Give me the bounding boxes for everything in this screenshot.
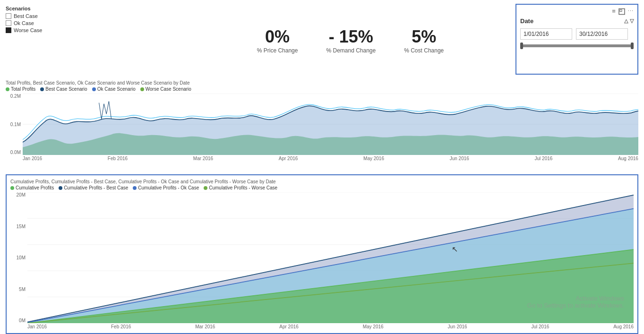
bottom-y-5m: 5M <box>10 287 26 292</box>
legend-total-profits: Total Profits <box>6 86 35 92</box>
checkbox-worse-case[interactable] <box>6 27 11 33</box>
bottom-chart-y-axis: 20M 15M 10M 5M 0M <box>10 192 27 323</box>
top-x-jul: Jul 2016 <box>535 156 553 161</box>
bottom-x-jul: Jul 2016 <box>532 324 550 329</box>
bottom-legend-dot-cumulative <box>10 186 14 190</box>
bottom-legend-cumulative: Cumulative Profits <box>10 185 54 190</box>
ellipsis-icon[interactable]: ··· <box>628 8 634 16</box>
top-chart-panel: Total Profits, Best Case Scenario, Ok Ca… <box>6 80 638 172</box>
bottom-legend-dot-worse-case <box>204 186 207 190</box>
legend-worse-case: Worse Case Scenario <box>140 86 191 92</box>
metric-price-change: 0% % Price Change <box>257 28 298 54</box>
scenario-ok-case-label: Ok Case <box>14 20 34 26</box>
bottom-y-0m: 0M <box>10 318 26 323</box>
top-chart-svg-wrapper <box>23 94 638 155</box>
bottom-x-jan: Jan 2016 <box>27 324 47 329</box>
up-arrow-icon[interactable]: △ <box>624 18 628 24</box>
legend-dot-best-case <box>40 87 44 91</box>
bottom-chart-area: 20M 15M 10M 5M 0M <box>10 192 634 323</box>
bottom-x-apr: Apr 2016 <box>279 324 299 329</box>
checkbox-best-case[interactable] <box>6 13 11 19</box>
cursor-icon: ↖ <box>452 245 458 254</box>
metric-price-label: % Price Change <box>257 47 298 54</box>
legend-ok-case: Ok Case Scenario <box>92 86 136 92</box>
top-chart-legend: Total Profits Best Case Scenario Ok Case… <box>6 86 638 92</box>
charts-area: Total Profits, Best Case Scenario, Ok Ca… <box>0 80 644 334</box>
top-x-may: May 2016 <box>363 156 384 161</box>
metric-cost-label: % Cost Change <box>404 47 444 54</box>
date-filter-label: Date <box>520 17 533 25</box>
top-x-aug: Aug 2016 <box>618 156 638 161</box>
legend-label-ok-case: Ok Case Scenario <box>97 86 136 92</box>
bottom-chart-svg-wrapper: ↖ Activate Windows Go to Settings to act… <box>27 192 634 323</box>
bottom-legend-dot-best-case <box>59 186 62 190</box>
top-section: Scenarios Best Case Ok Case Worse Case 0… <box>0 0 644 80</box>
scenario-ok-case[interactable]: Ok Case <box>6 20 62 26</box>
date-slider-handle-left[interactable] <box>520 43 523 49</box>
legend-dot-ok-case <box>92 87 96 91</box>
date-filter-toolbar: ≡ ··· <box>520 8 634 16</box>
bottom-legend-label-cumulative: Cumulative Profits <box>16 185 54 190</box>
metric-demand-label: % Demand Change <box>326 47 376 54</box>
checkbox-ok-case[interactable] <box>6 20 11 26</box>
scenarios-panel: Scenarios Best Case Ok Case Worse Case <box>6 4 62 78</box>
top-x-apr: Apr 2016 <box>279 156 298 161</box>
legend-dot-worse-case <box>140 87 144 91</box>
scenario-best-case[interactable]: Best Case <box>6 13 62 19</box>
bottom-legend-worse-case: Cumulative Profits - Worse Case <box>204 185 277 190</box>
top-x-jun: Jun 2016 <box>450 156 469 161</box>
top-y-label-2: 0.0M <box>6 150 21 155</box>
top-chart-y-axis: 0.2M 0.1M 0.0M <box>6 94 23 155</box>
top-y-label-0: 0.2M <box>6 94 21 99</box>
bottom-chart-legend: Cumulative Profits Cumulative Profits - … <box>10 185 634 190</box>
svg-rect-1 <box>620 10 622 12</box>
bottom-chart-svg <box>27 192 634 323</box>
bottom-x-mar: Mar 2016 <box>195 324 215 329</box>
bottom-legend-dot-ok-case <box>133 186 137 190</box>
metric-price-value: 0% <box>265 28 290 45</box>
bottom-legend-label-ok-case: Cumulative Profits - Ok Case <box>138 185 199 190</box>
metric-cost-change: 5% % Cost Change <box>404 28 444 54</box>
top-y-label-1: 0.1M <box>6 122 21 127</box>
date-slider-fill <box>520 44 634 47</box>
bottom-y-10m: 10M <box>10 255 26 260</box>
bottom-y-15m: 15M <box>10 224 26 229</box>
legend-dot-total-profits <box>6 87 9 91</box>
top-x-feb: Feb 2016 <box>108 156 128 161</box>
top-chart-svg <box>23 94 638 155</box>
date-inputs-container: 1/01/2016 30/12/2016 <box>520 28 634 40</box>
bottom-legend-best-case: Cumulative Profits - Best Case <box>59 185 128 190</box>
date-start-input[interactable]: 1/01/2016 <box>520 28 572 40</box>
legend-label-total-profits: Total Profits <box>11 86 35 92</box>
bottom-x-jun: Jun 2016 <box>447 324 467 329</box>
legend-best-case: Best Case Scenario <box>40 86 87 92</box>
scenario-best-case-label: Best Case <box>14 13 38 19</box>
scenarios-title: Scenarios <box>6 6 62 11</box>
scenario-worse-case-label: Worse Case <box>14 27 42 33</box>
date-slider-handle-right[interactable] <box>631 43 634 49</box>
bottom-legend-label-best-case: Cumulative Profits - Best Case <box>64 185 128 190</box>
bottom-x-aug: Aug 2016 <box>613 324 634 329</box>
bottom-x-may: May 2016 <box>363 324 384 329</box>
legend-label-best-case: Best Case Scenario <box>45 86 87 92</box>
expand-icon[interactable] <box>618 8 625 16</box>
date-end-input[interactable]: 30/12/2016 <box>576 28 628 40</box>
date-filter-header: Date △ ▽ <box>520 17 634 25</box>
metric-cost-value: 5% <box>412 28 436 45</box>
main-container: Scenarios Best Case Ok Case Worse Case 0… <box>0 0 644 334</box>
bottom-x-feb: Feb 2016 <box>111 324 131 329</box>
bottom-y-20m: 20M <box>10 192 26 197</box>
top-chart-title: Total Profits, Best Case Scenario, Ok Ca… <box>6 80 638 86</box>
hamburger-icon[interactable]: ≡ <box>612 8 616 16</box>
bottom-legend-ok-case: Cumulative Profits - Ok Case <box>133 185 199 190</box>
legend-label-worse-case: Worse Case Scenario <box>146 86 191 92</box>
bottom-chart-title: Cumulative Profits, Cumulative Profits -… <box>10 179 634 184</box>
scenario-worse-case[interactable]: Worse Case <box>6 27 62 33</box>
down-arrow-icon[interactable]: ▽ <box>630 18 634 24</box>
top-x-mar: Mar 2016 <box>193 156 213 161</box>
date-filter-arrows: △ ▽ <box>624 18 634 24</box>
date-filter-panel: ≡ ··· Date △ ▽ 1/01/2016 30/12/2016 <box>515 4 638 75</box>
bottom-chart-panel: Cumulative Profits, Cumulative Profits -… <box>6 174 638 334</box>
date-range-slider[interactable] <box>520 44 634 47</box>
bottom-legend-label-worse-case: Cumulative Profits - Worse Case <box>209 185 277 190</box>
